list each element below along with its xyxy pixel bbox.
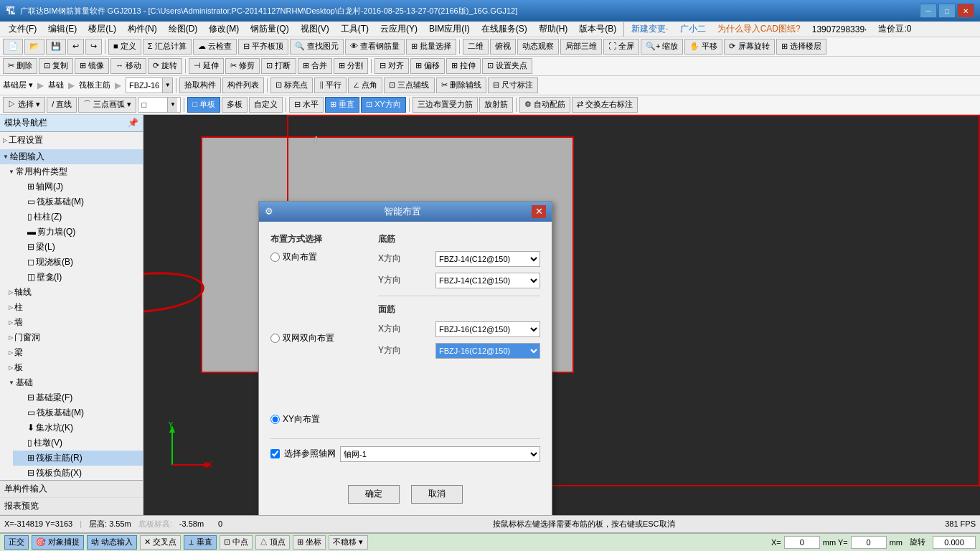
minimize-button[interactable]: ─ [920,4,937,18]
radiate-btn[interactable]: 放射筋 [479,97,513,113]
auto-rebar-btn[interactable]: ⚙ 自动配筋 [519,97,570,113]
nav-item-raft[interactable]: ▭ 筏板基础(M) [13,194,143,209]
nav-column-group[interactable]: ▷ 柱 [6,300,143,315]
xy-direction-btn[interactable]: ⊡ XY方向 [361,97,406,113]
radio-dual-network[interactable]: 双网双向布置 [270,332,364,344]
align-btn[interactable]: ⊟ 对齐 [374,58,409,74]
nav-axis-group[interactable]: ▷ 轴线 [6,285,143,300]
ortho-btn[interactable]: 正交 [4,535,29,550]
menu-cloud[interactable]: 云应用(Y) [374,22,423,37]
2d-btn[interactable]: 二维 [463,39,489,55]
find-element-btn[interactable]: 🔍 查找图元 [290,39,344,55]
menu-online[interactable]: 在线服务(S) [476,22,533,37]
drawing-area[interactable]: Y X 4 ⚙ 智能布置 ✕ [143,115,980,515]
swap-note-btn[interactable]: ⇄ 交换左右标注 [572,97,638,113]
menu-file[interactable]: 文件(F) [3,22,42,37]
snap-points-btn[interactable]: ⊡ 标亮点 [270,77,313,93]
vertical-btn[interactable]: ⊞ 垂直 [325,97,359,113]
nav-common-components[interactable]: ▼ 常用构件类型 [6,164,143,179]
y-input[interactable] [851,536,887,549]
view-rebar-btn[interactable]: 👁 查看钢筋量 [345,39,405,55]
menu-guang2[interactable]: 广小二 [674,22,712,37]
plan-view-btn[interactable]: 俯视 [490,39,516,55]
three-arc-btn[interactable]: ⌒ 三点画弧 ▾ [78,97,136,113]
break-btn[interactable]: ⊡ 打断 [261,58,296,74]
extend-btn[interactable]: ⊣ 延伸 [189,58,224,74]
shape-combo[interactable]: □ ▼ [138,97,181,113]
nav-header-settings[interactable]: ▷ 工程设置 [0,133,143,148]
top-x-select[interactable]: FBZJ-14(C12@150)FBZJ-16(C12@150) [435,321,540,337]
menu-modify[interactable]: 修改(M) [203,22,245,37]
mirror-btn[interactable]: ⊞ 镜像 [75,58,109,74]
nav-item-slab[interactable]: ◻ 现浇板(B) [13,255,143,270]
midpoint-btn[interactable]: ⊡ 中点 [220,535,253,550]
single-board-btn[interactable]: □ 单板 [187,97,220,113]
close-button[interactable]: ✕ [957,4,974,18]
nav-foundation-group[interactable]: ▼ 基础 [6,375,143,390]
radio-bidirectional-input[interactable] [270,253,280,262]
sum-calc-btn[interactable]: Σ 汇总计算 [143,39,192,55]
nav-door-group[interactable]: ▷ 门窗洞 [6,330,143,345]
menu-component[interactable]: 构件(N) [122,22,163,37]
nav-raft-main-rebar[interactable]: ⊞ 筏板主筋(R) [13,451,143,466]
fullscreen-btn[interactable]: ⛶ 全屏 [603,39,639,55]
corner-btn[interactable]: ∠ 点角 [348,77,382,93]
straight-line-btn[interactable]: / 直线 [47,97,77,113]
nav-item-niche[interactable]: ◫ 壁龛(I) [13,270,143,285]
stretch-btn[interactable]: ⊞ 拉伸 [446,58,481,74]
side-distribute-btn[interactable]: 三边布置受力筋 [413,97,478,113]
snap-btn[interactable]: 🎯 对象捕捉 [32,535,84,550]
bottom-x-select[interactable]: FBZJ-14(C12@150)FBZJ-16(C12@150) [435,251,540,267]
component-list-btn[interactable]: 构件列表 [222,77,264,93]
bottom-y-select[interactable]: FBZJ-14(C12@150)FBZJ-16(C12@150) [435,273,540,288]
menu-draw[interactable]: 绘图(D) [163,22,204,37]
custom-btn[interactable]: 自定义 [249,97,283,113]
nav-pin-icon[interactable]: 📌 [128,118,138,128]
level-board-btn[interactable]: ⊟ 平齐板顶 [238,39,288,55]
screen-rotate-btn[interactable]: ⟳ 屏幕旋转 [724,39,774,55]
top-y-select[interactable]: FBZJ-14(C12@150)FBZJ-16(C12@150) [435,343,540,359]
perpendicular-btn[interactable]: ⊥ 垂直 [184,535,217,550]
copy-btn[interactable]: ⊡ 复制 [39,58,73,74]
nav-slab-group[interactable]: ▷ 板 [6,360,143,375]
x-input[interactable] [784,536,820,549]
menu-rebar-qty[interactable]: 钢筋量(Q) [245,22,294,37]
merge-btn[interactable]: ⊞ 合并 [298,58,332,74]
pan-btn[interactable]: ✋ 平移 [684,39,722,55]
nav-beam-group[interactable]: ▷ 梁 [6,345,143,360]
report-preview-btn[interactable]: 报表预览 [0,498,143,515]
menu-why-cad[interactable]: 为什么导入CAD图纸? [712,22,806,37]
rotate-btn[interactable]: ⟳ 旋转 [148,58,182,74]
rotate-input[interactable] [933,536,976,549]
new-btn[interactable]: 📄 [3,39,23,55]
endpoint-btn[interactable]: △ 顶点 [255,535,290,550]
menu-view[interactable]: 视图(V) [295,22,335,37]
define-btn[interactable]: ■ 定义 [108,39,141,55]
trim-btn[interactable]: ✂ 修剪 [225,58,260,74]
nav-wall-group[interactable]: ▷ 墙 [6,315,143,330]
dialog-close-button[interactable]: ✕ [532,205,546,218]
nav-item-shear-wall[interactable]: ▬ 剪力墙(Q) [13,225,143,240]
zoom-in-btn[interactable]: 🔍+ 缩放 [641,39,683,55]
split-btn[interactable]: ⊞ 分割 [334,58,368,74]
menu-bim[interactable]: BIM应用(I) [423,22,476,37]
multi-board-btn[interactable]: 多板 [222,97,248,113]
cross-btn[interactable]: ✕ 交叉点 [140,535,181,550]
coordinate-btn[interactable]: ⊞ 坐标 [293,535,326,550]
select-btn[interactable]: ▷ 选择 ▾ [3,97,45,113]
delete-btn[interactable]: ✂ 删除 [3,58,37,74]
nav-header-draw[interactable]: ▼ 绘图输入 [0,149,143,164]
dynamic-input-btn[interactable]: 动 动态输入 [87,535,137,550]
parallel-btn[interactable]: ∥ 平行 [314,77,347,93]
dynamic-obs-btn[interactable]: 动态观察 [517,39,559,55]
radio-xy-direction[interactable]: XY向布置 [270,413,364,425]
menu-help[interactable]: 帮助(H) [533,22,574,37]
nav-raft-foundation[interactable]: ▭ 筏板基础(M) [13,405,143,420]
radio-bidirectional[interactable]: 双向布置 [270,251,364,263]
smart-dialog[interactable]: ⚙ 智能布置 ✕ 布置方式选择 双向 [258,201,552,515]
local-3d-btn[interactable]: 局部三维 [560,39,602,55]
offset-btn[interactable]: ⊞ 偏移 [410,58,445,74]
three-pts-btn[interactable]: ⊡ 三点辅线 [384,77,434,93]
dimension-btn[interactable]: ⊟ 尺寸标注 [488,77,538,93]
save-btn[interactable]: 💾 [46,39,66,55]
